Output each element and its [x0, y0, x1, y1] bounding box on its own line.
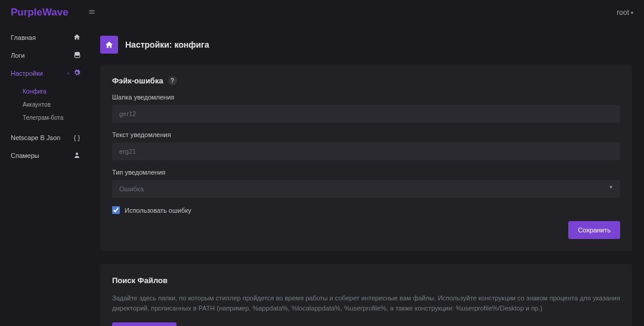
svg-point-1	[76, 153, 78, 155]
user-menu[interactable]: root ▾	[617, 8, 633, 17]
home-icon	[73, 33, 81, 42]
sidebar-item-settings[interactable]: Настройки ‹	[0, 64, 88, 82]
add-folder-button[interactable]: Добавить папку	[112, 322, 177, 326]
sidebar-item-logs[interactable]: Логи	[0, 46, 88, 64]
braces-icon: { }	[73, 134, 81, 141]
sidebar-item-label: Спамеры	[11, 152, 39, 159]
person-icon	[73, 151, 81, 160]
chevron-down-icon: ▾	[631, 10, 633, 15]
notification-header-label: Шапка уведомления	[112, 94, 620, 101]
notification-text-input[interactable]	[112, 142, 620, 160]
use-error-checkbox[interactable]	[112, 206, 120, 214]
sidebar-item-netscape[interactable]: Netscape В Json { }	[0, 129, 88, 147]
use-error-label: Использовать ошибку	[125, 207, 191, 214]
sidebar: Главная Логи Настройки ‹ Конфига Аккаунт…	[0, 25, 88, 326]
notification-type-select[interactable]	[112, 180, 620, 198]
sidebar-subitem-telegram[interactable]: Телеграм-бота	[0, 111, 88, 124]
brand-logo: PurpleWave	[11, 7, 88, 18]
sidebar-item-label: Настройки	[11, 70, 43, 77]
file-search-card: Поиск Файлов Задайте здесь папки, по кот…	[100, 264, 632, 326]
notification-type-label: Тип уведомления	[112, 169, 620, 176]
sidebar-item-label: Netscape В Json	[11, 134, 60, 141]
sidebar-item-home[interactable]: Главная	[0, 29, 88, 46]
file-search-description: Задайте здесь папки, по которым стиллер …	[112, 293, 620, 313]
card-title: Поиск Файлов	[112, 276, 168, 285]
home-icon	[100, 36, 118, 54]
sidebar-subitem-accounts[interactable]: Аккаунтов	[0, 98, 88, 111]
chevron-left-icon: ‹	[67, 70, 69, 76]
sidebar-item-label: Главная	[11, 34, 36, 41]
save-button[interactable]: Сохранить	[568, 221, 620, 239]
use-error-checkbox-row[interactable]: Использовать ошибку	[112, 206, 620, 214]
page-header: Настройки: конфига	[100, 36, 632, 54]
cogs-icon	[73, 69, 81, 77]
sidebar-item-spammers[interactable]: Спамеры	[0, 147, 88, 164]
sidebar-item-label: Логи	[11, 52, 25, 59]
help-icon[interactable]: ?	[168, 76, 177, 85]
notification-text-label: Текст уведомления	[112, 131, 620, 138]
card-title: Фэйк-ошибка	[112, 76, 163, 85]
user-name: root	[617, 8, 629, 17]
sidebar-subitem-config[interactable]: Конфига	[0, 85, 88, 98]
page-title: Настройки: конфига	[125, 40, 209, 49]
notification-header-input[interactable]	[112, 105, 620, 123]
fake-error-card: Фэйк-ошибка ? Шапка уведомления Текст ув…	[100, 64, 632, 251]
menu-toggle-button[interactable]	[88, 8, 95, 17]
database-icon	[73, 51, 81, 60]
